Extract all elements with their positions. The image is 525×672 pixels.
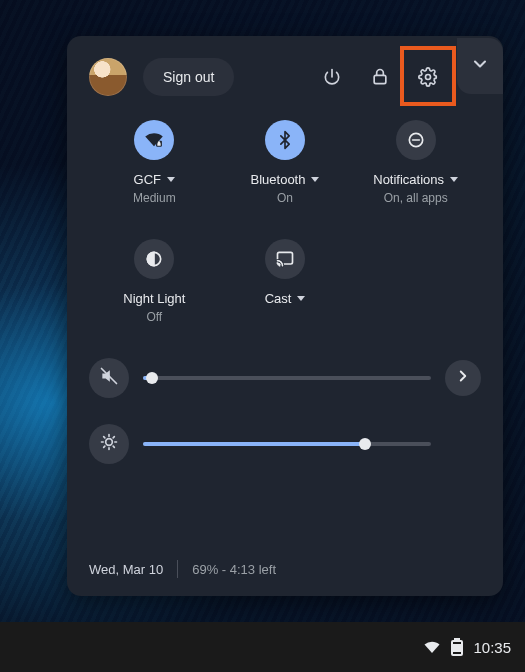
lock-button[interactable] bbox=[361, 58, 399, 96]
power-icon bbox=[322, 67, 342, 87]
panel-footer: Wed, Mar 10 69% - 4:13 left bbox=[89, 554, 481, 578]
taskbar-wifi-icon[interactable] bbox=[423, 638, 441, 656]
tile-label: Night Light bbox=[123, 291, 185, 306]
tile-label: Bluetooth bbox=[251, 172, 306, 187]
volume-mute-icon bbox=[99, 366, 119, 390]
svg-point-9 bbox=[106, 439, 113, 446]
lock-icon bbox=[370, 67, 390, 87]
taskbar-clock[interactable]: 10:35 bbox=[473, 639, 511, 656]
tile-wifi[interactable]: GCF Medium bbox=[89, 120, 220, 205]
tile-cast[interactable]: Cast bbox=[220, 239, 351, 324]
gear-icon bbox=[418, 67, 438, 87]
quick-settings-panel: Sign out bbox=[67, 36, 503, 596]
svg-point-1 bbox=[426, 75, 431, 80]
collapse-button[interactable] bbox=[457, 38, 503, 94]
tile-sublabel: On, all apps bbox=[384, 191, 448, 205]
caret-down-icon bbox=[311, 177, 319, 182]
chevron-right-icon bbox=[454, 367, 472, 389]
bluetooth-icon bbox=[265, 120, 305, 160]
brightness-row bbox=[89, 424, 481, 464]
svg-rect-0 bbox=[374, 75, 386, 83]
wifi-icon bbox=[134, 120, 174, 160]
chevron-down-icon bbox=[470, 54, 490, 78]
volume-slider[interactable] bbox=[143, 376, 431, 380]
quick-tiles-grid: GCF Medium Bluetooth On bbox=[89, 120, 481, 324]
power-button[interactable] bbox=[313, 58, 351, 96]
footer-date: Wed, Mar 10 bbox=[89, 562, 163, 577]
svg-point-7 bbox=[277, 264, 279, 266]
tile-notifications[interactable]: Notifications On, all apps bbox=[350, 120, 481, 205]
tile-sublabel: On bbox=[277, 191, 293, 205]
divider bbox=[177, 560, 178, 578]
tile-sublabel: Medium bbox=[133, 191, 176, 205]
footer-battery: 69% - 4:13 left bbox=[192, 562, 276, 577]
tile-sublabel: Off bbox=[146, 310, 162, 324]
brightness-icon bbox=[99, 432, 119, 456]
audio-settings-button[interactable] bbox=[445, 360, 481, 396]
brightness-slider[interactable] bbox=[143, 442, 431, 446]
panel-header: Sign out bbox=[89, 58, 481, 96]
tile-label: Cast bbox=[265, 291, 292, 306]
slider-section bbox=[89, 358, 481, 464]
sign-out-button[interactable]: Sign out bbox=[143, 58, 234, 96]
tile-label: Notifications bbox=[373, 172, 444, 187]
tile-bluetooth[interactable]: Bluetooth On bbox=[220, 120, 351, 205]
tile-label: GCF bbox=[134, 172, 161, 187]
caret-down-icon bbox=[167, 177, 175, 182]
avatar[interactable] bbox=[89, 58, 127, 96]
cast-icon bbox=[265, 239, 305, 279]
tile-nightlight[interactable]: Night Light Off bbox=[89, 239, 220, 324]
volume-mute-button[interactable] bbox=[89, 358, 129, 398]
nightlight-icon bbox=[134, 239, 174, 279]
taskbar-battery-icon[interactable] bbox=[451, 638, 463, 656]
settings-button[interactable] bbox=[409, 58, 447, 96]
caret-down-icon bbox=[450, 177, 458, 182]
volume-row bbox=[89, 358, 481, 398]
taskbar: 10:35 bbox=[0, 622, 525, 672]
caret-down-icon bbox=[297, 296, 305, 301]
brightness-button[interactable] bbox=[89, 424, 129, 464]
dnd-icon bbox=[396, 120, 436, 160]
